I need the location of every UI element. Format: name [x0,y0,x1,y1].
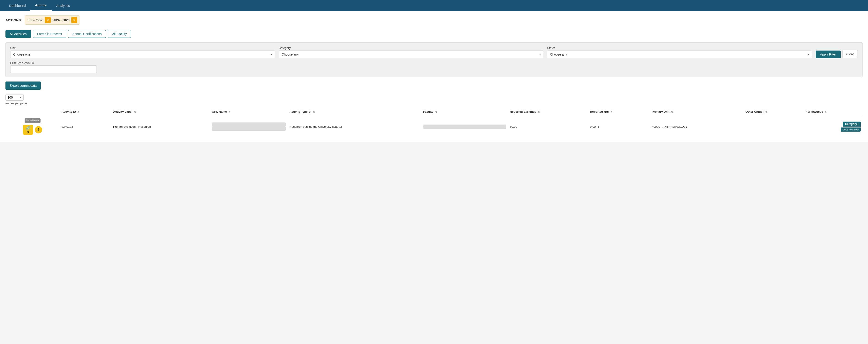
filter-section: Unit: Choose one Category: Choose any St… [5,42,863,77]
unit-select[interactable]: Choose one [10,51,275,58]
col-form-queue[interactable]: Form/Queue ⇅ [804,108,863,116]
row-activity-id: 8349183 [60,116,111,137]
category-select[interactable]: Choose any [279,51,544,58]
row-activity-label: Human Evolution - Research [111,116,210,137]
row-actions-cell: Show Details 🔗 3 2 [5,116,60,137]
data-table: Activity ID ⇅ Activity Label ⇅ Org. Name… [5,108,863,137]
nav-dashboard[interactable]: Dashboard [5,0,30,11]
show-details-button[interactable]: Show Details [25,118,40,123]
col-activity-label[interactable]: Activity Label ⇅ [111,108,210,116]
nav-analytics[interactable]: Analytics [52,0,74,11]
actions-row: ACTIONS: Fiscal Year: < 2024 - 2025 > [5,15,863,25]
data-table-container: Activity ID ⇅ Activity Label ⇅ Org. Name… [5,108,863,137]
org-name-blurred: ████████████ [212,123,286,127]
badge-count: 3 [27,131,29,134]
state-filter-group: State: Choose any [547,46,812,58]
unit-select-wrapper: Choose one [10,51,275,58]
sort-icon-form-queue[interactable]: ⇅ [825,111,827,113]
row-faculty: ████████████████ [421,116,508,137]
col-activity-types[interactable]: Activity Type(s) ⇅ [287,108,421,116]
row-reported-hrs: 0.00 hr [588,116,650,137]
sort-icon-reported-hrs[interactable]: ⇅ [611,111,612,113]
tabs-row: All Activities Forms in Process Annual C… [5,30,863,38]
sort-icon-reported-earnings[interactable]: ⇅ [538,111,540,113]
main-content: ACTIONS: Fiscal Year: < 2024 - 2025 > Al… [0,11,868,142]
col-other-units[interactable]: Other Unit(s) ⇅ [744,108,804,116]
entries-per-page-label: entries per page [5,101,863,105]
fiscal-year-box: Fiscal Year: < 2024 - 2025 > [25,15,80,25]
entries-select-wrapper: 100 50 25 [5,94,24,101]
category-label: Category: [279,46,544,50]
org-name-blurred-2: ██████████████ [212,127,286,131]
fiscal-year-prev-button[interactable]: < [45,17,51,23]
table-header: Activity ID ⇅ Activity Label ⇅ Org. Name… [5,108,863,116]
attachment-badge[interactable]: 🔗 3 [23,125,33,135]
row-reported-earnings: $0.00 [508,116,588,137]
category-badge[interactable]: Category I [843,122,861,127]
actions-label: ACTIONS: [5,18,22,22]
category-filter-group: Category: Choose any [279,46,544,58]
col-activity-id[interactable]: Activity ID ⇅ [60,108,111,116]
faculty-blurred: ████████████████ [423,125,506,129]
entries-per-page-select[interactable]: 100 50 25 [5,94,24,101]
entries-per-page-row: 100 50 25 entries per page [5,94,863,105]
nav-auditor[interactable]: Auditor [30,0,52,11]
col-faculty[interactable]: Faculty ⇅ [421,108,508,116]
tab-all-activities[interactable]: All Activities [5,30,31,38]
fiscal-year-label: Fiscal Year: [28,19,43,22]
link-icon: 🔗 [26,126,31,131]
col-primary-unit[interactable]: Primary Unit ⇅ [650,108,743,116]
keyword-input[interactable] [10,65,97,73]
badge-number[interactable]: 2 [35,126,42,133]
tab-all-faculty[interactable]: All Faculty [108,30,131,38]
row-org-name: ████████████ ██████████████ [210,116,288,137]
fiscal-year-value: 2024 - 2025 [53,18,70,22]
keyword-row: Filter by Keyword: [10,61,97,73]
clear-filter-button[interactable]: Clear [842,50,858,58]
sort-icon-activity-types[interactable]: ⇅ [313,111,315,113]
category-select-wrapper: Choose any [279,51,544,58]
tab-annual-certifications[interactable]: Annual Certifications [68,30,106,38]
sort-icon-org-name[interactable]: ⇅ [228,111,230,113]
sort-icon-activity-id[interactable]: ⇅ [78,111,80,113]
form-queue-cell: Category I Dept Reviewer [806,122,861,132]
keyword-label: Filter by Keyword: [10,61,97,64]
filter-buttons: Apply Filter Clear [816,50,858,58]
row-other-units [744,116,804,137]
sort-icon-other-units[interactable]: ⇅ [765,111,767,113]
tab-forms-in-process[interactable]: Forms in Process [33,30,66,38]
filter-row-1: Unit: Choose one Category: Choose any St… [10,46,858,58]
col-reported-hrs[interactable]: Reported Hrs ⇅ [588,108,650,116]
table-row: Show Details 🔗 3 2 8349183 Human Evolut [5,116,863,137]
dept-reviewer-badge: Dept Reviewer [841,127,861,132]
state-select-wrapper: Choose any [547,51,812,58]
apply-filter-button[interactable]: Apply Filter [816,51,841,58]
sort-icon-faculty[interactable]: ⇅ [435,111,437,113]
unit-label: Unit: [10,46,275,50]
state-label: State: [547,46,812,50]
sort-icon-activity-label[interactable]: ⇅ [134,111,136,113]
sort-icon-primary-unit[interactable]: ⇅ [671,111,673,113]
navigation-bar: Dashboard Auditor Analytics [0,0,868,11]
col-reported-earnings[interactable]: Reported Earnings ⇅ [508,108,588,116]
row-form-queue: Category I Dept Reviewer [804,116,863,137]
state-select[interactable]: Choose any [547,51,812,58]
export-button[interactable]: Export current data [5,82,41,90]
table-body: Show Details 🔗 3 2 8349183 Human Evolut [5,116,863,137]
activity-actions: Show Details 🔗 3 2 [7,118,58,135]
row-primary-unit: 40020 - ANTHROPOLOGY [650,116,743,137]
col-org-name[interactable]: Org. Name ⇅ [210,108,288,116]
unit-filter-group: Unit: Choose one [10,46,275,58]
fiscal-year-next-button[interactable]: > [71,17,77,23]
row-activity-types: Research outside the University (Cat. 1) [287,116,421,137]
col-actions [5,108,60,116]
